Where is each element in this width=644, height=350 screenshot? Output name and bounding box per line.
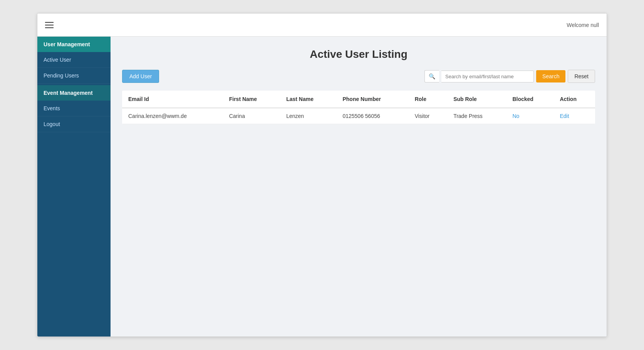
reset-button[interactable]: Reset <box>568 70 595 83</box>
search-button[interactable]: Search <box>536 70 565 82</box>
hamburger-icon[interactable] <box>45 22 54 28</box>
sidebar-item-user-management[interactable]: User Management <box>37 37 111 52</box>
col-phone: Phone Number <box>336 91 408 108</box>
sidebar-item-event-management[interactable]: Event Management <box>37 85 111 101</box>
cell-sub_role: Trade Press <box>447 108 506 124</box>
sidebar-item-logout[interactable]: Logout <box>37 116 111 132</box>
table-header-row: Email Id First Name Last Name Phone Numb… <box>122 91 595 108</box>
col-last-name: Last Name <box>280 91 336 108</box>
app-container: Welcome null User Management Active User… <box>37 13 607 337</box>
col-action: Action <box>553 91 595 108</box>
sidebar: User Management Active User Pending User… <box>37 37 111 337</box>
sidebar-item-events[interactable]: Events <box>37 101 111 116</box>
col-sub-role: Sub Role <box>447 91 506 108</box>
col-role: Role <box>409 91 448 108</box>
search-icon: 🔍 <box>424 70 439 82</box>
add-user-button[interactable]: Add User <box>122 70 159 83</box>
cell-first_name: Carina <box>223 108 280 124</box>
col-email: Email Id <box>122 91 223 108</box>
search-input[interactable] <box>441 71 534 82</box>
users-table: Email Id First Name Last Name Phone Numb… <box>122 91 595 124</box>
table-container: Email Id First Name Last Name Phone Numb… <box>122 91 595 124</box>
content-area: Active User Listing Add User 🔍 Search Re… <box>111 37 607 337</box>
cell-phone: 0125506 56056 <box>336 108 408 124</box>
cell-role: Visitor <box>409 108 448 124</box>
cell-email: Carina.lenzen@wwm.de <box>122 108 223 124</box>
top-bar: Welcome null <box>37 13 607 37</box>
cell-last_name: Lenzen <box>280 108 336 124</box>
cell-blocked[interactable]: No <box>506 108 553 124</box>
table-row: Carina.lenzen@wwm.deCarinaLenzen0125506 … <box>122 108 595 124</box>
welcome-text: Welcome null <box>567 22 599 28</box>
main-layout: User Management Active User Pending User… <box>37 37 607 337</box>
page-title: Active User Listing <box>122 48 595 61</box>
col-first-name: First Name <box>223 91 280 108</box>
search-area: 🔍 Search Reset <box>424 70 595 83</box>
col-blocked: Blocked <box>506 91 553 108</box>
sidebar-item-active-user[interactable]: Active User <box>37 52 111 68</box>
sidebar-item-pending-users[interactable]: Pending Users <box>37 68 111 84</box>
cell-action[interactable]: Edit <box>553 108 595 124</box>
toolbar: Add User 🔍 Search Reset <box>122 70 595 83</box>
